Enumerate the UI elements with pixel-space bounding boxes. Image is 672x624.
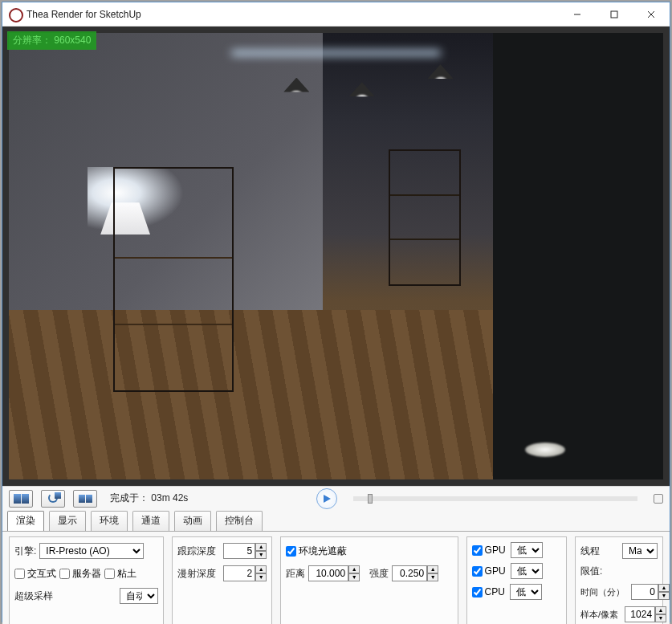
- minimize-button[interactable]: [559, 2, 596, 27]
- spin-down-button[interactable]: ▼: [427, 573, 438, 581]
- diffuse-depth-label: 漫射深度: [177, 567, 216, 581]
- spin-up-button[interactable]: ▲: [655, 606, 666, 614]
- ao-distance-label: 距离: [286, 567, 305, 581]
- spin-down-button[interactable]: ▼: [348, 573, 360, 581]
- gpu2-priority-select[interactable]: 低: [511, 563, 543, 579]
- processors-group: GPU 低 GPU 低 CPU 低: [466, 536, 567, 624]
- spin-down-button[interactable]: ▼: [255, 551, 267, 559]
- spin-up-button[interactable]: ▲: [255, 565, 267, 573]
- tab-display[interactable]: 显示: [49, 511, 86, 531]
- tab-channels[interactable]: 通道: [132, 511, 169, 531]
- engine-label: 引擎:: [14, 544, 36, 558]
- supersample-label: 超级采样: [14, 589, 53, 603]
- checkbox-label: 交互式: [27, 567, 56, 581]
- progress-thumb[interactable]: [368, 494, 373, 504]
- scene-floor-light: [525, 443, 565, 457]
- status-prefix: 完成于：: [110, 492, 149, 504]
- diffuse-depth-input[interactable]: [223, 565, 255, 581]
- disk-icon: [14, 494, 29, 504]
- spin-buttons: ▲ ▼: [255, 565, 267, 581]
- trace-depth-input[interactable]: [223, 543, 255, 559]
- checkbox-label: 服务器: [72, 567, 101, 581]
- spin-down-button[interactable]: ▼: [655, 614, 666, 622]
- app-window: Thea Render for SketchUp 分辨率： 960x540: [2, 2, 670, 622]
- checkbox-label: 粘土: [117, 567, 136, 581]
- checkbox-label: GPU: [485, 565, 506, 577]
- gpu1-priority-select[interactable]: 低: [511, 542, 543, 558]
- scene-shelf: [113, 167, 234, 392]
- interactive-checkbox[interactable]: 交互式: [14, 567, 56, 581]
- play-button[interactable]: [316, 488, 337, 509]
- trace-depth-label: 跟踪深度: [177, 544, 216, 558]
- spin-up-button[interactable]: ▲: [255, 543, 267, 551]
- scene-pendant-lamp: [428, 64, 454, 79]
- save-image-button[interactable]: [9, 490, 33, 508]
- window-mode-button[interactable]: [73, 490, 97, 508]
- spin-up-button[interactable]: ▲: [658, 584, 670, 592]
- resolution-badge: 分辨率： 960x540: [7, 31, 96, 50]
- supersample-select[interactable]: 自动: [120, 588, 158, 604]
- threads-group: 线程 Max 限值: 时间（分） ▲ ▼ 样本/像素: [575, 536, 663, 624]
- progress-track[interactable]: [353, 496, 637, 501]
- tab-environment[interactable]: 环境: [91, 511, 128, 531]
- ao-group: 环境光遮蔽 距离 ▲ ▼ 强度 ▲ ▼: [280, 536, 458, 624]
- viewport-toolbar: 完成于： 03m 42s: [2, 486, 670, 510]
- tab-animation[interactable]: 动画: [174, 511, 211, 531]
- window-icon: [79, 495, 92, 503]
- tab-label: 控制台: [225, 515, 254, 526]
- svg-marker-4: [324, 495, 331, 503]
- close-button[interactable]: [633, 2, 670, 27]
- app-logo-icon: [9, 8, 22, 21]
- window-controls: [559, 2, 670, 27]
- refresh-button[interactable]: [41, 490, 65, 508]
- cpu-checkbox[interactable]: CPU: [472, 586, 505, 597]
- clay-checkbox[interactable]: 粘土: [104, 567, 136, 581]
- titlebar: Thea Render for SketchUp: [2, 2, 670, 27]
- cpu-priority-select[interactable]: 低: [510, 584, 542, 600]
- spin-buttons: ▲ ▼: [658, 584, 670, 600]
- tab-label: 通道: [141, 515, 161, 526]
- close-icon: [647, 10, 655, 18]
- tab-bar: 渲染 显示 环境 通道 动画 控制台: [2, 510, 670, 531]
- samples-input[interactable]: [625, 606, 655, 622]
- ao-intensity-input[interactable]: [392, 565, 427, 581]
- spin-buttons: ▲ ▼: [427, 565, 438, 581]
- depth-group: 跟踪深度 ▲ ▼ 漫射深度 ▲ ▼: [172, 536, 272, 624]
- limit-label: 限值:: [580, 565, 602, 578]
- server-checkbox[interactable]: 服务器: [59, 567, 101, 581]
- svg-rect-1: [611, 11, 617, 18]
- ao-distance-input[interactable]: [308, 565, 348, 581]
- time-limit-label: 时间（分）: [580, 586, 625, 598]
- tab-console[interactable]: 控制台: [216, 511, 263, 531]
- render-viewport[interactable]: [9, 33, 663, 479]
- samples-label: 样本/像素: [580, 609, 618, 621]
- status-label: 完成于： 03m 42s: [110, 491, 188, 505]
- checkbox-label: CPU: [485, 586, 505, 597]
- stop-button[interactable]: [654, 494, 663, 504]
- minimize-icon: [573, 10, 581, 18]
- engine-select[interactable]: IR-Presto (AO): [39, 543, 144, 559]
- checkbox-label: 环境光遮蔽: [299, 544, 347, 558]
- checkbox-label: GPU: [485, 544, 506, 556]
- threads-select[interactable]: Max: [622, 543, 658, 559]
- ao-enable-checkbox[interactable]: 环境光遮蔽: [286, 544, 347, 558]
- engine-group: 引擎: IR-Presto (AO) 交互式 服务器 粘土 超级采样 自动: [9, 536, 164, 624]
- status-time: 03m 42s: [151, 492, 188, 504]
- refresh-icon: [48, 493, 58, 504]
- spin-down-button[interactable]: ▼: [255, 573, 267, 581]
- maximize-button[interactable]: [596, 2, 633, 27]
- gpu2-checkbox[interactable]: GPU: [472, 565, 506, 577]
- tab-render[interactable]: 渲染: [7, 511, 44, 531]
- tab-label: 渲染: [16, 515, 35, 526]
- gpu1-checkbox[interactable]: GPU: [472, 544, 506, 556]
- spin-up-button[interactable]: ▲: [348, 565, 360, 573]
- settings-panel: 引擎: IR-Presto (AO) 交互式 服务器 粘土 超级采样 自动: [2, 532, 670, 624]
- scene-dark-panel: [493, 33, 663, 479]
- spin-down-button[interactable]: ▼: [658, 592, 670, 600]
- scene-pendant-lamp: [349, 82, 375, 96]
- play-icon: [322, 494, 332, 504]
- spin-up-button[interactable]: ▲: [427, 565, 438, 573]
- time-limit-input[interactable]: [631, 584, 658, 600]
- tab-label: 环境: [100, 515, 119, 526]
- spin-buttons: ▲ ▼: [655, 606, 666, 622]
